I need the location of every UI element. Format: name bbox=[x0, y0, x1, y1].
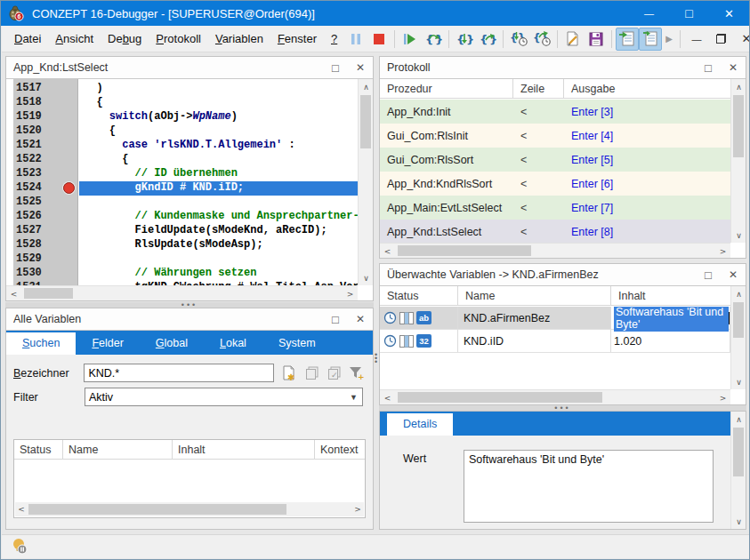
code-panel-close-button[interactable] bbox=[348, 57, 373, 78]
column-header[interactable]: Name bbox=[63, 440, 173, 459]
gutter-line[interactable]: 1517 bbox=[13, 82, 77, 96]
protokoll-row[interactable]: App_Knd:KndRlsSort<Enter [6] bbox=[380, 172, 730, 196]
column-header[interactable]: Zeile bbox=[513, 79, 564, 98]
code-line[interactable]: // ID übernehmen bbox=[79, 167, 358, 181]
protocol-window-toggle-icon[interactable] bbox=[616, 28, 639, 51]
protokoll-horizontal-scrollbar[interactable] bbox=[380, 243, 730, 258]
line-number-gutter[interactable]: 1517151815191520152115221523152415251526… bbox=[13, 79, 78, 285]
menu-item-fenster[interactable]: Fenster bbox=[270, 28, 324, 49]
code-line[interactable] bbox=[79, 196, 358, 210]
scrollbar-thumb[interactable] bbox=[360, 95, 371, 148]
gutter-line[interactable]: 1523 bbox=[13, 167, 77, 181]
code-editor[interactable]: 1517151815191520152115221523152415251526… bbox=[6, 78, 373, 300]
editor-horizontal-scrollbar[interactable] bbox=[6, 285, 358, 300]
step-into-icon[interactable]: { } bbox=[453, 28, 476, 51]
watch-window-toggle-icon[interactable] bbox=[639, 28, 662, 51]
scroll-left-icon[interactable] bbox=[380, 390, 395, 405]
code-line[interactable]: // Währungen setzen bbox=[79, 267, 358, 281]
code-line[interactable]: { bbox=[79, 124, 358, 139]
tab-global[interactable]: Global bbox=[140, 332, 204, 355]
gutter-line[interactable]: 1525 bbox=[13, 196, 77, 210]
code-line[interactable] bbox=[79, 252, 358, 267]
scroll-up-icon[interactable] bbox=[359, 79, 373, 94]
tab-suchen[interactable]: Suchen bbox=[6, 332, 76, 355]
scroll-right-icon[interactable] bbox=[715, 390, 730, 405]
watched-horizontal-scrollbar[interactable] bbox=[380, 389, 730, 404]
minimize-button[interactable] bbox=[629, 1, 669, 26]
gutter-line[interactable]: 1530 bbox=[13, 267, 77, 281]
edit-source-icon[interactable] bbox=[561, 28, 585, 51]
watched-variable-row[interactable]: ab KND.aFirmenBez Softwarehaus 'Bit und … bbox=[380, 307, 730, 330]
code-line[interactable]: RlsUpdate(sModeAsp); bbox=[79, 238, 358, 252]
protokoll-row[interactable]: Gui_Com:RlsSort<Enter [5] bbox=[380, 148, 730, 172]
scrollbar-thumb[interactable] bbox=[733, 302, 744, 338]
mdi-minimize-button[interactable] bbox=[684, 28, 709, 51]
scrollbar-thumb[interactable] bbox=[398, 392, 602, 403]
column-header[interactable]: Kontext bbox=[315, 440, 365, 459]
watch-variable-name[interactable]: KND.aFirmenBez bbox=[458, 307, 611, 329]
column-header[interactable]: Ausgabe bbox=[564, 79, 730, 98]
scroll-up-icon[interactable] bbox=[731, 79, 746, 94]
current-execution-line[interactable]: gKndID # KND.iID; bbox=[79, 181, 358, 196]
scroll-down-icon[interactable] bbox=[731, 374, 746, 389]
scrollbar-thumb[interactable] bbox=[24, 288, 73, 299]
protokoll-maximize-button[interactable] bbox=[696, 57, 721, 78]
menu-item-debug[interactable]: Debug bbox=[101, 28, 149, 49]
gutter-line[interactable]: 1519 bbox=[13, 110, 77, 124]
maximize-button[interactable] bbox=[669, 1, 709, 26]
watched-variable-row[interactable]: 32 KND.iID 1.020 bbox=[380, 330, 730, 353]
menu-item-ansicht[interactable]: Ansicht bbox=[48, 28, 101, 49]
details-vertical-scrollbar[interactable] bbox=[730, 412, 746, 529]
scroll-down-icon[interactable] bbox=[731, 514, 746, 529]
close-button[interactable] bbox=[709, 1, 749, 26]
gutter-line[interactable]: 1524 bbox=[13, 181, 77, 196]
menu-item-protokoll[interactable]: Protokoll bbox=[149, 28, 208, 49]
scroll-left-icon[interactable] bbox=[15, 502, 28, 516]
column-header[interactable]: Prozedur bbox=[380, 79, 513, 98]
gutter-line[interactable]: 1528 bbox=[13, 238, 77, 252]
wert-value-box[interactable]: Softwarehaus 'Bit und Byte' bbox=[464, 450, 714, 523]
gutter-line[interactable]: 1526 bbox=[13, 210, 77, 224]
watched-close-button[interactable] bbox=[721, 264, 746, 285]
code-line[interactable]: switch(aObj->WpName) bbox=[79, 110, 358, 124]
gutter-line[interactable]: 1521 bbox=[13, 139, 77, 153]
protokoll-row[interactable]: App_Knd:LstSelect<Enter [8] bbox=[380, 220, 730, 243]
protokoll-row[interactable]: App_Knd:Init<Enter [3] bbox=[380, 100, 730, 124]
gutter-line[interactable]: 1529 bbox=[13, 252, 77, 267]
code-line[interactable]: case 'rlsKND.T.Allgemein' : bbox=[79, 139, 358, 153]
column-header[interactable]: Status bbox=[14, 440, 63, 459]
gutter-line[interactable]: 1518 bbox=[13, 96, 77, 110]
scroll-right-icon[interactable] bbox=[351, 502, 364, 516]
all-variables-maximize-button[interactable] bbox=[323, 308, 348, 330]
step-into-timed-icon[interactable]: { } bbox=[507, 28, 530, 51]
tab-details[interactable]: Details bbox=[387, 413, 453, 436]
editor-vertical-scrollbar[interactable] bbox=[358, 79, 373, 285]
column-header[interactable]: Inhalt bbox=[173, 440, 315, 459]
gutter-line[interactable]: 1520 bbox=[13, 124, 77, 139]
scroll-left-icon[interactable] bbox=[6, 286, 21, 300]
scroll-down-icon[interactable] bbox=[731, 228, 746, 243]
column-header[interactable]: Inhalt bbox=[611, 286, 730, 305]
code-line[interactable]: ) bbox=[79, 82, 358, 96]
menu-item-hilfe[interactable]: ? bbox=[324, 28, 344, 49]
filter-combobox[interactable]: Aktiv ▼ bbox=[85, 388, 363, 406]
step-over-icon[interactable]: { } bbox=[422, 28, 445, 51]
scrollbar-thumb[interactable] bbox=[733, 428, 744, 476]
protokoll-vertical-scrollbar[interactable] bbox=[730, 79, 746, 243]
copy-icon[interactable] bbox=[302, 364, 321, 382]
code-panel-maximize-button[interactable] bbox=[323, 57, 348, 78]
scroll-right-icon[interactable] bbox=[343, 286, 358, 300]
scroll-up-icon[interactable] bbox=[731, 286, 746, 301]
tab-lokal[interactable]: Lokal bbox=[204, 332, 262, 355]
step-out-icon[interactable]: { } bbox=[476, 28, 499, 51]
scrollbar-thumb[interactable] bbox=[398, 245, 531, 256]
scroll-left-icon[interactable] bbox=[380, 244, 395, 259]
watched-vertical-scrollbar[interactable] bbox=[730, 286, 746, 389]
breakpoint-icon[interactable] bbox=[63, 182, 75, 194]
tab-system[interactable]: System bbox=[262, 332, 332, 355]
scroll-right-icon[interactable] bbox=[715, 244, 730, 259]
table-horizontal-scrollbar[interactable] bbox=[15, 502, 364, 516]
scrollbar-thumb[interactable] bbox=[28, 504, 286, 515]
column-header[interactable]: Status bbox=[380, 286, 458, 305]
gutter-line[interactable]: 1522 bbox=[13, 153, 77, 167]
